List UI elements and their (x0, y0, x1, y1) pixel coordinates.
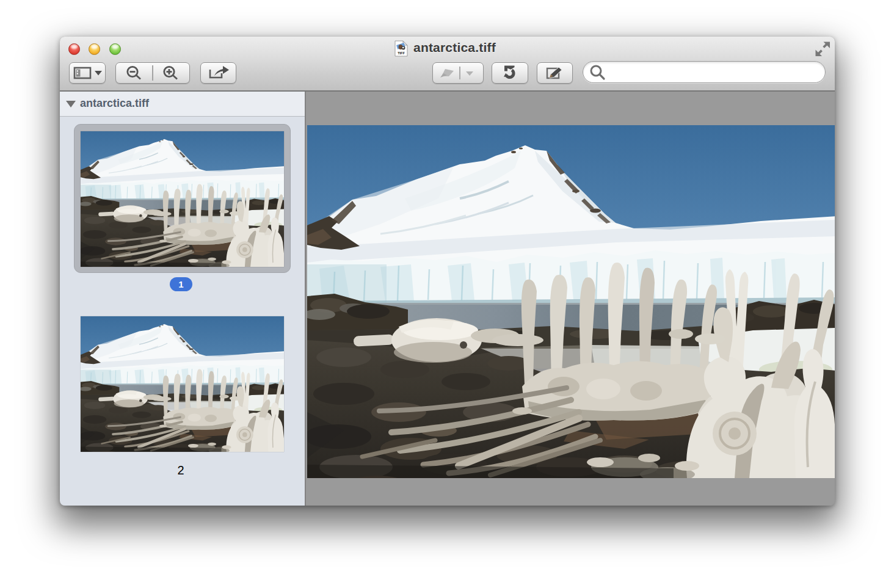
svg-text:TIFF: TIFF (398, 51, 405, 55)
